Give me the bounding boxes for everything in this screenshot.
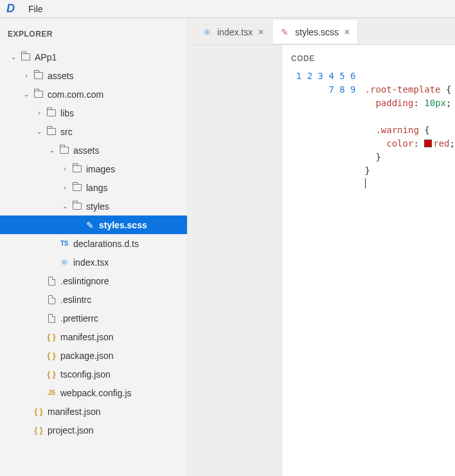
code-lines[interactable]: .root-template { padding: 10px; .warning… <box>365 69 455 205</box>
chevron-down-icon: ⌄ <box>62 203 68 210</box>
tree-item-label: styles <box>86 201 182 212</box>
code-body: 1 2 3 4 5 6 7 8 9 .root-template { paddi… <box>282 69 455 205</box>
explorer-sidebar: EXPLORER ⌄APp1›assets⌄com.com.com›libs⌄s… <box>0 18 188 476</box>
tree-item-label: src <box>60 127 182 137</box>
file-icon <box>46 313 57 324</box>
scss-icon: ✎ <box>280 27 290 37</box>
file-icon <box>46 276 57 286</box>
folder-icon <box>59 145 69 156</box>
tab-bar: ⚛index.tsx✕✎styles.scss✕ <box>188 18 455 45</box>
folder-icon <box>33 89 44 100</box>
folder-icon <box>72 164 82 174</box>
tree-item[interactable]: ›JSwebpack.config.js <box>0 383 187 402</box>
folder-icon <box>72 201 82 212</box>
tree-item-label: project.json <box>48 425 182 435</box>
chevron-right-icon: › <box>36 110 42 116</box>
ts-icon: TS <box>59 239 69 249</box>
tree-item[interactable]: ⌄APp1 <box>0 48 187 66</box>
main-layout: EXPLORER ⌄APp1›assets⌄com.com.com›libs⌄s… <box>0 18 455 476</box>
code-panel: CODE 1 2 3 4 5 6 7 8 9 .root-template { … <box>281 45 455 476</box>
tree-item[interactable]: ›assets <box>0 66 187 85</box>
color-swatch-icon <box>424 140 432 147</box>
code-section-label: CODE <box>282 45 455 69</box>
scss-icon: ✎ <box>85 220 95 230</box>
tree-item[interactable]: ›langs <box>0 178 187 197</box>
chevron-right-icon: › <box>62 185 68 191</box>
tree-item-label: tsconfig.json <box>60 369 182 380</box>
editor-stack: CODE 1 2 3 4 5 6 7 8 9 .root-template { … <box>188 45 455 476</box>
tree-item[interactable]: ›.prettierrc <box>0 309 187 327</box>
json-icon: { } <box>46 351 57 361</box>
tree-item[interactable]: ›.eslintignore <box>0 271 187 290</box>
file-icon <box>46 295 57 305</box>
file-tree: ⌄APp1›assets⌄com.com.com›libs⌄src⌄assets… <box>0 48 187 439</box>
tree-item-label: com.com.com <box>48 89 182 100</box>
tree-item[interactable]: ›{ }manifest.json <box>0 402 187 421</box>
tree-item-label: APp1 <box>35 52 182 62</box>
tree-item[interactable]: ⌄assets <box>0 141 187 160</box>
json-icon: { } <box>46 332 57 342</box>
close-icon[interactable]: ✕ <box>344 28 350 37</box>
tree-item-label: .prettierrc <box>60 313 182 324</box>
tree-item-label: assets <box>73 145 182 156</box>
react-icon: ⚛ <box>202 27 212 37</box>
explorer-title: EXPLORER <box>0 30 187 48</box>
menu-bar: D File <box>0 0 455 18</box>
json-icon: { } <box>46 369 57 380</box>
tree-item-label: manifest.json <box>48 407 182 417</box>
tree-item[interactable]: ›TSdeclarations.d.ts <box>0 234 187 253</box>
text-cursor <box>365 178 366 188</box>
tree-item[interactable]: ›{ }project.json <box>0 421 187 439</box>
chevron-right-icon: › <box>23 73 30 79</box>
tree-item[interactable]: ⌄styles <box>0 197 187 215</box>
tree-item[interactable]: ›✎styles.scss <box>0 215 187 234</box>
tree-item[interactable]: ›.eslintrc <box>0 290 187 309</box>
chevron-right-icon: › <box>62 166 68 172</box>
tree-item-label: package.json <box>60 351 182 361</box>
tree-item[interactable]: ›images <box>0 160 187 178</box>
line-numbers: 1 2 3 4 5 6 7 8 9 <box>282 69 365 205</box>
chevron-down-icon: ⌄ <box>49 147 55 154</box>
chevron-down-icon: ⌄ <box>23 91 30 98</box>
folder-icon <box>21 52 31 62</box>
chevron-down-icon: ⌄ <box>10 54 17 60</box>
tree-item-label: webpack.config.js <box>60 388 182 398</box>
editor-tab[interactable]: ✎styles.scss✕ <box>272 20 358 44</box>
folder-icon <box>33 71 44 81</box>
close-icon[interactable]: ✕ <box>258 28 264 37</box>
tree-item[interactable]: ›{ }tsconfig.json <box>0 365 187 383</box>
tree-item-label: langs <box>86 183 182 193</box>
json-icon: { } <box>33 407 44 417</box>
react-icon: ⚛ <box>59 257 69 268</box>
tree-item[interactable]: ›{ }package.json <box>0 346 187 365</box>
tree-item-label: manifest.json <box>60 332 182 342</box>
tree-item[interactable]: ⌄src <box>0 122 187 141</box>
tree-item-label: declarations.d.ts <box>73 239 182 249</box>
js-icon: JS <box>46 388 57 398</box>
folder-icon <box>46 127 57 137</box>
tab-label: styles.scss <box>295 27 339 37</box>
folder-icon <box>72 183 82 193</box>
tree-item-label: index.tsx <box>73 257 182 268</box>
json-icon: { } <box>33 425 44 435</box>
tree-item[interactable]: ›{ }manifest.json <box>0 327 187 346</box>
menu-file[interactable]: File <box>28 4 43 14</box>
tree-item[interactable]: ⌄com.com.com <box>0 85 187 104</box>
chevron-down-icon: ⌄ <box>36 129 42 135</box>
tree-item[interactable]: ›libs <box>0 104 187 122</box>
app-logo: D <box>6 2 14 15</box>
editor-area: ⚛index.tsx✕✎styles.scss✕ CODE 1 2 3 4 5 … <box>188 18 455 476</box>
editor-left-gutter <box>188 45 281 476</box>
folder-icon <box>46 108 57 118</box>
tree-item-label: assets <box>48 71 182 81</box>
tree-item-label: .eslintrc <box>60 295 182 305</box>
tree-item-label: .eslintignore <box>60 276 182 286</box>
tree-item[interactable]: ›⚛index.tsx <box>0 253 187 271</box>
tree-item-label: images <box>86 164 182 174</box>
editor-tab[interactable]: ⚛index.tsx✕ <box>194 20 272 44</box>
tree-item-label: libs <box>60 108 182 118</box>
tab-label: index.tsx <box>217 27 253 37</box>
tree-item-label: styles.scss <box>99 220 182 230</box>
